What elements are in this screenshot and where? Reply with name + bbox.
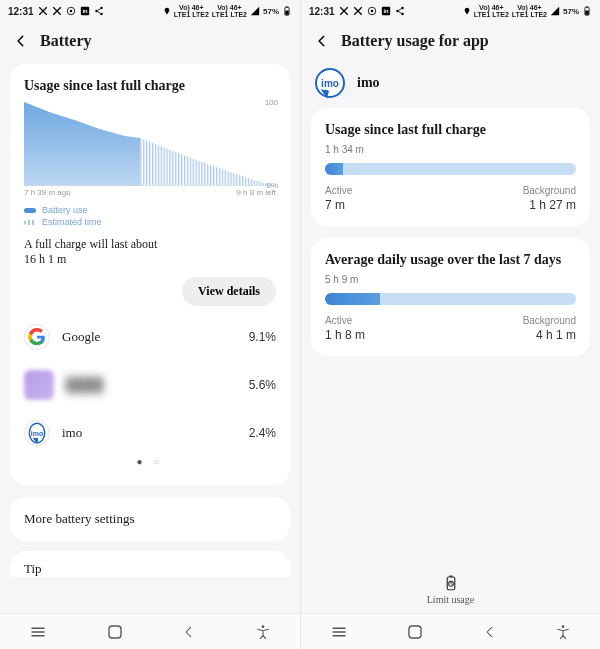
accessibility-icon[interactable] <box>555 624 571 640</box>
app-pct: 9.1% <box>249 330 276 344</box>
app-pct: 5.6% <box>249 378 276 392</box>
linkedin-icon: in <box>80 6 90 16</box>
active-label: Active <box>325 315 365 326</box>
legend-est: Estimated time <box>42 217 102 227</box>
legend-dash-icon <box>24 220 36 225</box>
share-icon <box>94 6 104 16</box>
svg-rect-22 <box>586 6 588 7</box>
usage-card: Usage since last full charge 100 0% <box>10 64 290 485</box>
accessibility-icon[interactable] <box>255 624 271 640</box>
x-icon <box>353 6 363 16</box>
share-icon <box>395 6 405 16</box>
x-icon <box>339 6 349 16</box>
home-icon[interactable] <box>106 623 124 641</box>
more-battery-settings[interactable]: More battery settings <box>10 497 290 541</box>
svg-point-1 <box>69 10 72 13</box>
status-battery-pct: 57% <box>563 7 579 16</box>
nav-bar <box>301 613 600 649</box>
section-total: 1 h 34 m <box>325 144 576 155</box>
active-value: 7 m <box>325 198 352 212</box>
usage-bar <box>325 163 576 175</box>
page-indicator[interactable]: ● ○ <box>24 456 276 471</box>
recents-icon[interactable] <box>330 623 348 641</box>
usage-bar <box>325 293 576 305</box>
battery-app-detail-pane: 12:31 in Vo) 46+LTE1 LTE2 Vo) 46+LTE1 LT… <box>300 0 600 649</box>
recents-icon[interactable] <box>29 623 47 641</box>
app-header: imo imo <box>311 64 590 108</box>
back-nav-icon[interactable] <box>182 625 196 639</box>
legend-solid-icon <box>24 208 36 213</box>
svg-rect-27 <box>409 626 421 638</box>
svg-rect-8 <box>286 6 288 7</box>
page-title: Battery usage for app <box>341 32 489 50</box>
chart-svg <box>24 102 276 186</box>
app-name: ████ <box>66 377 237 393</box>
active-label: Active <box>325 185 352 196</box>
svg-point-13 <box>261 625 264 628</box>
app-pct: 2.4% <box>249 426 276 440</box>
location-icon <box>463 6 471 16</box>
active-value: 1 h 8 m <box>325 328 365 342</box>
app-row-hidden[interactable]: ████ 5.6% <box>24 360 276 410</box>
full-charge-estimate: A full charge will last about 16 h 1 m <box>24 237 276 267</box>
x-icon <box>38 6 48 16</box>
battery-chart[interactable]: 100 0% <box>24 102 276 227</box>
net-label-1: Vo) 46+LTE1 LTE2 <box>474 4 509 18</box>
page-title: Battery <box>40 32 92 50</box>
home-icon[interactable] <box>406 623 424 641</box>
svg-text:in: in <box>82 8 88 14</box>
app-row-google[interactable]: Google 9.1% <box>24 314 276 360</box>
limit-usage-button[interactable]: Limit usage <box>301 574 600 605</box>
page-header: Battery usage for app <box>301 22 600 64</box>
limit-usage-label: Limit usage <box>427 594 475 605</box>
limit-usage-icon <box>442 574 460 592</box>
nav-bar <box>0 613 300 649</box>
usage-since-charge-card: Usage since last full charge 1 h 34 m Ac… <box>311 108 590 226</box>
status-bar: 12:31 in Vo) 46+LTE1 LTE2 Vo) 46+LTE1 LT… <box>0 0 300 22</box>
battery-overview-pane: 12:31 in Vo) 46+LTE1 LTE2 Vo) 46+LTE1 LT… <box>0 0 300 649</box>
imo-icon: imo <box>315 68 345 98</box>
hidden-app-icon <box>24 370 54 400</box>
legend-use: Battery use <box>42 205 88 215</box>
linkedin-icon: in <box>381 6 391 16</box>
back-icon[interactable] <box>14 34 28 48</box>
chart-y-max: 100 <box>265 98 278 107</box>
svg-text:in: in <box>383 8 389 14</box>
circle-icon <box>66 6 76 16</box>
chart-x-left: 7 h 39 m ago <box>24 188 71 197</box>
view-details-button[interactable]: View details <box>182 277 276 306</box>
tip-row[interactable]: Tip <box>10 551 290 577</box>
location-icon <box>163 6 171 16</box>
net-label-1: Vo) 46+LTE1 LTE2 <box>174 4 209 18</box>
x-icon <box>52 6 62 16</box>
background-label: Background <box>523 185 576 196</box>
app-row-imo[interactable]: imo imo 2.4% <box>24 410 276 456</box>
svg-point-15 <box>370 10 373 13</box>
circle-icon <box>367 6 377 16</box>
status-time: 12:31 <box>8 6 34 17</box>
status-bar: 12:31 in Vo) 46+LTE1 LTE2 Vo) 46+LTE1 LT… <box>301 0 600 22</box>
svg-rect-25 <box>449 576 452 578</box>
back-nav-icon[interactable] <box>483 625 497 639</box>
signal-icon <box>550 6 560 16</box>
status-time: 12:31 <box>309 6 335 17</box>
google-icon <box>24 324 50 350</box>
back-icon[interactable] <box>315 34 329 48</box>
background-value: 4 h 1 m <box>523 328 576 342</box>
svg-point-28 <box>562 625 565 628</box>
signal-icon <box>250 6 260 16</box>
section-total: 5 h 9 m <box>325 274 576 285</box>
section-title: Usage since last full charge <box>325 122 576 138</box>
section-title: Average daily usage over the last 7 days <box>325 252 576 268</box>
imo-icon: imo <box>24 420 50 446</box>
svg-rect-9 <box>285 11 288 15</box>
background-label: Background <box>523 315 576 326</box>
page-header: Battery <box>0 22 300 64</box>
battery-icon <box>582 5 592 17</box>
usage-title: Usage since last full charge <box>24 78 276 94</box>
chart-legend: Battery use Estimated time <box>24 205 276 227</box>
app-name: imo <box>62 425 237 441</box>
app-name: imo <box>357 75 380 91</box>
app-name: Google <box>62 329 237 345</box>
background-value: 1 h 27 m <box>523 198 576 212</box>
